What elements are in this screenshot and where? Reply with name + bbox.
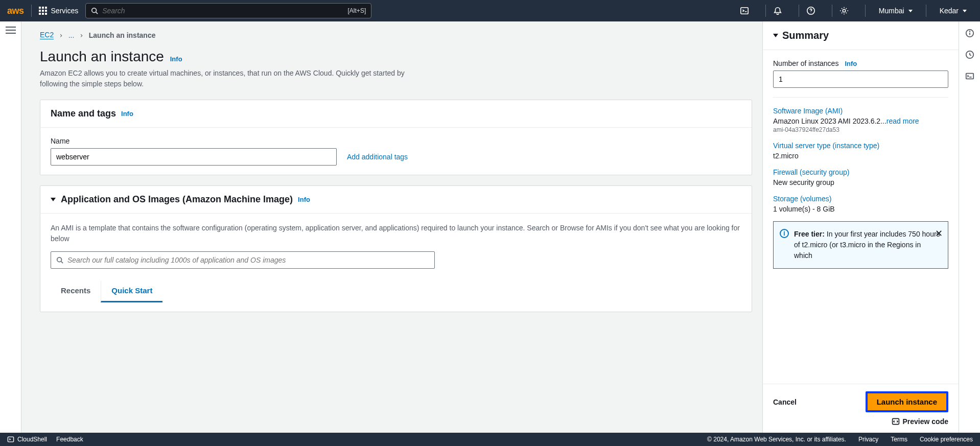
divider — [926, 5, 926, 17]
chevron-right-icon: › — [79, 31, 83, 39]
num-instances-input[interactable] — [773, 71, 948, 88]
terminal-icon[interactable] — [965, 72, 974, 81]
free-tier-label: Free tier: — [794, 230, 825, 238]
add-tags-link[interactable]: Add additional tags — [347, 153, 408, 161]
ami-id: ami-04a37924ffe27da53 — [773, 126, 948, 133]
instance-name-input[interactable] — [51, 148, 337, 166]
svg-line-1 — [96, 12, 98, 14]
panel-title: Application and OS Images (Amazon Machin… — [61, 194, 293, 205]
divider — [865, 5, 866, 17]
right-rail — [959, 21, 980, 433]
privacy-link[interactable]: Privacy — [858, 436, 878, 443]
page-header: Launch an instance Info Amazon EC2 allow… — [40, 49, 752, 89]
notifications-icon[interactable] — [773, 6, 791, 15]
info-link[interactable]: Info — [121, 110, 133, 118]
caret-down-icon — [773, 34, 778, 37]
top-navbar: aws Services [Alt+S] Mumbai Kedar — [0, 0, 980, 21]
code-icon — [892, 417, 900, 426]
copyright-text: © 2024, Amazon Web Services, Inc. or its… — [707, 436, 846, 443]
ami-panel: Application and OS Images (Amazon Machin… — [40, 185, 752, 312]
divider — [765, 5, 766, 17]
hamburger-icon[interactable] — [6, 27, 16, 34]
terms-link[interactable]: Terms — [891, 436, 907, 443]
ami-search-box[interactable] — [51, 251, 435, 269]
divider — [832, 5, 832, 17]
breadcrumb-ellipsis[interactable]: ... — [68, 31, 75, 39]
info-link[interactable]: Info — [298, 196, 310, 203]
left-rail — [0, 21, 21, 433]
ami-name: Amazon Linux 2023 AMI 2023.6.2... — [773, 117, 886, 125]
info-link[interactable]: Info — [170, 55, 182, 63]
summary-title: Summary — [782, 30, 829, 41]
main-content: EC2 › ... › Launch an instance Launch an… — [21, 21, 762, 433]
name-tags-panel: Name and tags Info Name Add additional t… — [40, 100, 752, 175]
summary-header[interactable]: Summary — [763, 21, 959, 50]
svg-rect-12 — [966, 74, 973, 79]
search-icon — [91, 7, 98, 14]
storage-value: 1 volume(s) - 8 GiB — [773, 205, 948, 213]
breadcrumb-current: Launch an instance — [89, 31, 156, 39]
breadcrumb: EC2 › ... › Launch an instance — [40, 31, 752, 39]
summary-body: Number of instances Info Software Image … — [763, 50, 959, 384]
name-tags-header: Name and tags Info — [40, 100, 752, 128]
divider — [773, 97, 948, 98]
info-panel-icon[interactable] — [965, 29, 974, 38]
security-group-value: New security group — [773, 178, 948, 186]
instance-type-link[interactable]: Virtual server type (instance type) — [773, 142, 948, 150]
info-icon: i — [780, 229, 789, 238]
settings-icon[interactable] — [839, 6, 858, 15]
tab-quickstart[interactable]: Quick Start — [101, 281, 162, 302]
page-title: Launch an instance — [40, 49, 164, 65]
svg-point-5 — [57, 257, 62, 262]
help-icon[interactable] — [806, 6, 825, 15]
feedback-button[interactable]: Feedback — [56, 436, 83, 443]
chevron-right-icon: › — [59, 31, 63, 39]
region-selector[interactable]: Mumbai — [873, 7, 919, 15]
summary-footer: Cancel Launch instance Preview code — [763, 384, 959, 433]
page-description: Amazon EC2 allows you to create virtual … — [40, 68, 428, 89]
svg-point-10 — [969, 31, 970, 32]
caret-down-icon — [51, 198, 56, 201]
services-label: Services — [51, 7, 79, 15]
summary-panel: Summary Number of instances Info Softwar… — [762, 21, 959, 433]
global-search[interactable]: [Alt+S] — [85, 3, 371, 18]
close-icon[interactable]: ✕ — [935, 227, 943, 241]
divider — [31, 5, 32, 17]
svg-point-0 — [92, 8, 97, 13]
clock-icon[interactable] — [965, 50, 974, 59]
search-input[interactable] — [102, 7, 347, 15]
launch-instance-button[interactable]: Launch instance — [866, 391, 948, 412]
search-shortcut: [Alt+S] — [348, 7, 366, 14]
cookie-link[interactable]: Cookie preferences — [920, 436, 973, 443]
breadcrumb-ec2[interactable]: EC2 — [40, 31, 54, 39]
aws-logo[interactable]: aws — [7, 6, 24, 16]
svg-point-4 — [843, 9, 845, 12]
preview-code-button[interactable]: Preview code — [773, 417, 948, 426]
instance-type-value: t2.micro — [773, 152, 948, 160]
ami-header[interactable]: Application and OS Images (Amazon Machin… — [40, 186, 752, 214]
info-link[interactable]: Info — [845, 60, 857, 67]
services-menu[interactable]: Services — [39, 7, 79, 15]
panel-title: Name and tags — [51, 108, 116, 119]
ami-search-input[interactable] — [67, 256, 429, 264]
tab-recents[interactable]: Recents — [51, 281, 101, 302]
storage-link[interactable]: Storage (volumes) — [773, 195, 948, 203]
svg-line-6 — [61, 262, 63, 264]
num-instances-label: Number of instances Info — [773, 59, 948, 67]
search-icon — [56, 256, 63, 264]
free-tier-info: i ✕ Free tier: In your first year includ… — [773, 221, 948, 269]
ami-summary-link[interactable]: Software Image (AMI) — [773, 107, 948, 115]
cloudshell-button[interactable]: CloudShell — [7, 436, 47, 443]
cancel-button[interactable]: Cancel — [773, 398, 797, 406]
topbar-right: Mumbai Kedar — [740, 5, 973, 17]
ami-tabs: Recents Quick Start — [51, 281, 741, 302]
grid-icon — [39, 7, 47, 15]
bottom-bar: CloudShell Feedback © 2024, Amazon Web S… — [0, 433, 980, 446]
divider — [799, 5, 799, 17]
read-more-link[interactable]: read more — [886, 117, 919, 125]
security-group-link[interactable]: Firewall (security group) — [773, 168, 948, 176]
account-menu[interactable]: Kedar — [934, 7, 973, 15]
cloudshell-icon[interactable] — [740, 6, 758, 15]
ami-description: An AMI is a template that contains the s… — [51, 223, 741, 244]
name-field-label: Name — [51, 137, 741, 145]
